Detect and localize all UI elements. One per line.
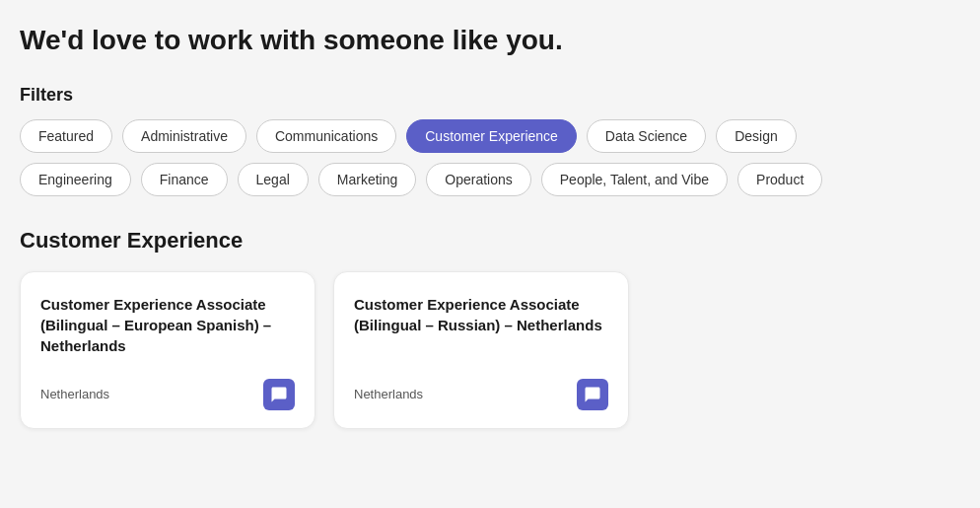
filters-section: Filters FeaturedAdministrativeCommunicat… — [20, 85, 960, 196]
filter-btn-customer-experience[interactable]: Customer Experience — [406, 119, 577, 153]
job-footer-0: Netherlands — [40, 379, 295, 410]
filter-btn-marketing[interactable]: Marketing — [318, 163, 416, 196]
job-card-1: Customer Experience Associate (Bilingual… — [333, 271, 629, 429]
filter-row-1: FeaturedAdministrativeCommunicationsCust… — [20, 119, 960, 153]
filter-btn-featured[interactable]: Featured — [20, 119, 112, 153]
job-footer-1: Netherlands — [354, 379, 608, 410]
job-location-1: Netherlands — [354, 387, 423, 401]
job-location-0: Netherlands — [40, 387, 109, 401]
filter-btn-legal[interactable]: Legal — [238, 163, 309, 196]
filter-btn-people-talent-and-vibe[interactable]: People, Talent, and Vibe — [541, 163, 728, 196]
job-title-0: Customer Experience Associate (Bilingual… — [40, 294, 295, 356]
filter-btn-engineering[interactable]: Engineering — [20, 163, 131, 196]
filter-btn-administrative[interactable]: Administrative — [122, 119, 246, 153]
filter-btn-operations[interactable]: Operations — [426, 163, 530, 196]
chat-icon-0[interactable] — [263, 379, 295, 410]
filter-row-2: EngineeringFinanceLegalMarketingOperatio… — [20, 163, 960, 196]
job-card-0: Customer Experience Associate (Bilingual… — [20, 271, 315, 429]
job-title-1: Customer Experience Associate (Bilingual… — [354, 294, 608, 335]
filter-btn-finance[interactable]: Finance — [141, 163, 228, 196]
filter-btn-communications[interactable]: Communications — [256, 119, 396, 153]
jobs-list: Customer Experience Associate (Bilingual… — [20, 271, 960, 429]
filters-label: Filters — [20, 85, 960, 106]
filter-btn-product[interactable]: Product — [737, 163, 822, 196]
filter-btn-design[interactable]: Design — [716, 119, 797, 153]
page-title: We'd love to work with someone like you. — [20, 24, 960, 57]
filter-btn-data-science[interactable]: Data Science — [587, 119, 706, 153]
section-title: Customer Experience — [20, 228, 960, 254]
chat-icon-1[interactable] — [577, 379, 608, 410]
